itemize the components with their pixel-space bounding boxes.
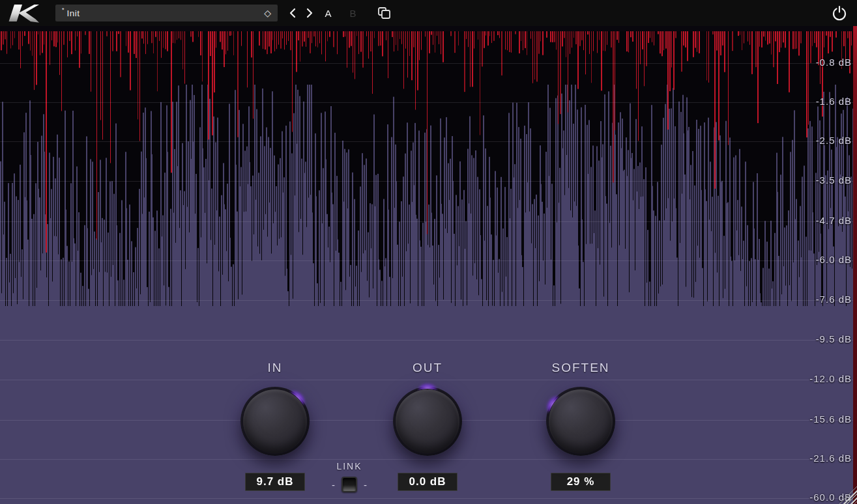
link-dash-left: - <box>332 479 335 490</box>
in-knob-label: IN <box>268 361 283 375</box>
soften-knob[interactable] <box>546 387 615 456</box>
next-preset-button[interactable] <box>302 5 317 21</box>
copy-icon <box>377 6 391 20</box>
ab-slot-b-button[interactable]: B <box>345 5 361 21</box>
in-knob[interactable] <box>240 387 310 456</box>
soften-knob-group: SOFTEN 29 % <box>529 361 633 491</box>
ab-slot-a-button[interactable]: A <box>321 5 336 21</box>
plugin-window: -0.8 dB-1.6 dB-2.5 dB-3.5 dB-4.7 dB-6.0 … <box>0 0 857 504</box>
out-knob[interactable] <box>393 387 462 456</box>
out-knob-label: OUT <box>413 361 443 375</box>
preset-selector[interactable]: * Init ◇ <box>55 5 278 21</box>
in-value-field[interactable]: 9.7 dB <box>245 473 305 491</box>
soften-knob-label: SOFTEN <box>551 361 609 375</box>
preset-modified-indicator: * <box>62 7 65 13</box>
chevron-left-icon <box>289 8 297 18</box>
toolbar: * Init ◇ A B <box>0 0 857 26</box>
bypass-power-button[interactable] <box>831 5 848 21</box>
link-dash-right: - <box>364 479 367 490</box>
soften-value-field[interactable]: 29 % <box>551 473 611 491</box>
prev-preset-button[interactable] <box>285 5 300 21</box>
power-icon <box>831 5 848 21</box>
link-group: LINK - - <box>320 461 379 492</box>
link-toggle-button[interactable] <box>341 477 357 492</box>
diamond-icon: ◇ <box>264 8 271 18</box>
in-knob-group: IN 9.7 dB <box>223 361 327 491</box>
kazrog-logo-icon <box>5 2 39 24</box>
preset-name: Init <box>67 8 265 18</box>
chevron-right-icon <box>306 8 313 18</box>
link-label: LINK <box>336 461 362 471</box>
out-value-field[interactable]: 0.0 dB <box>398 473 458 491</box>
copy-preset-button[interactable] <box>376 5 392 21</box>
out-knob-group: OUT 0.0 dB <box>375 361 480 491</box>
